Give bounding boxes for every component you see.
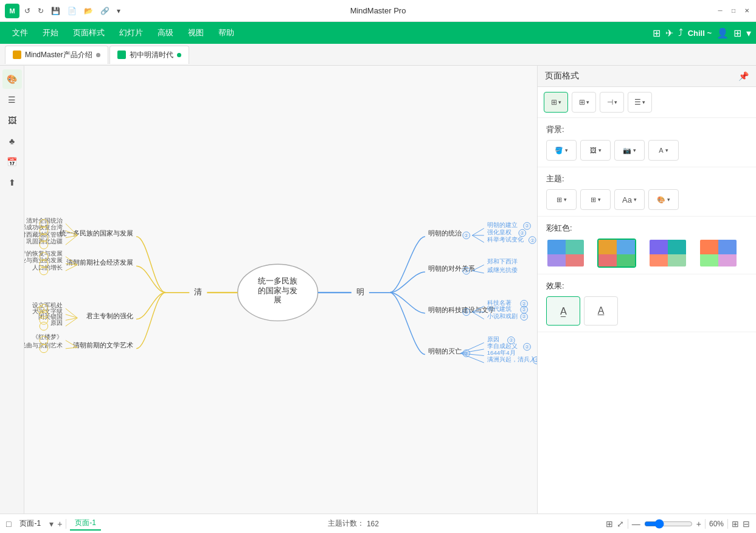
panel-icon-list[interactable]: ☰ ▾: [628, 92, 652, 113]
close-button[interactable]: ✕: [743, 7, 751, 15]
apps-icon[interactable]: ⊞: [733, 27, 741, 39]
image-arrow: ▾: [598, 147, 602, 153]
menu-advanced[interactable]: 高级: [150, 25, 181, 41]
share-button[interactable]: 🔗: [98, 5, 112, 16]
user-chill-button[interactable]: Chill ~: [688, 29, 712, 38]
underline-text-button[interactable]: A: [584, 296, 618, 326]
grid-icon[interactable]: ⊞: [653, 27, 661, 39]
style-icon: ⊞: [551, 98, 557, 106]
swatch1-c1: [547, 240, 566, 254]
color-swatch-3[interactable]: [648, 239, 687, 268]
underline-text-icon: A: [598, 305, 605, 316]
image-icon: 🖼: [590, 147, 597, 154]
text-color-icon: A: [659, 147, 663, 154]
redo-button[interactable]: ↻: [35, 5, 46, 16]
tab-mingqing[interactable]: 初中明清时代: [109, 46, 189, 64]
new-page-icon[interactable]: □: [6, 519, 11, 529]
svg-text:明代建筑: 明代建筑: [487, 305, 512, 312]
mindmap-svg: 统一多民族 的国家与发 展 清 统一多民族的国家与发展 清对全国统治 郑成功收复…: [24, 66, 537, 514]
svg-text:清朝前期的文学艺术: 清朝前期的文学艺术: [73, 341, 133, 349]
minimize-button[interactable]: ─: [716, 7, 724, 15]
theme-color-arrow: ▾: [667, 197, 670, 203]
connector-icon-arrow: ▾: [614, 99, 617, 105]
rainbow-label: 彩虹色:: [546, 223, 747, 234]
shadow-text-button[interactable]: A̲: [546, 296, 580, 326]
pin-button[interactable]: 📌: [738, 71, 749, 81]
svg-text:展: 展: [274, 296, 282, 304]
menu-start[interactable]: 开始: [35, 25, 66, 41]
page-selector-button[interactable]: 页面-1: [15, 517, 46, 530]
separator2: [628, 519, 628, 529]
menu-help[interactable]: 帮助: [211, 25, 241, 41]
canvas-area[interactable]: 统一多民族 的国家与发 展 清 统一多民族的国家与发展 清对全国统治 郑成功收复…: [24, 66, 537, 514]
zoom-plus-icon[interactable]: +: [696, 519, 701, 529]
menu-file[interactable]: 文件: [5, 25, 35, 41]
user-icon[interactable]: 👤: [716, 27, 729, 39]
vtb-image-button[interactable]: 🖼: [2, 111, 22, 130]
theme-font-icon: Aa: [622, 195, 632, 204]
status-bar: □ 页面-1 ▾ + 页面-1 主题计数： 162 ⊞ ⤢ — + 60% ⊞ …: [0, 514, 756, 533]
color-swatch-4[interactable]: [699, 239, 738, 268]
theme-font-button[interactable]: Aa ▾: [614, 189, 645, 210]
color-swatch-2[interactable]: [597, 239, 636, 268]
vtb-list-button[interactable]: ☰: [2, 90, 22, 110]
undo-button[interactable]: ↺: [22, 5, 33, 16]
zoom-slider[interactable]: [644, 519, 693, 529]
save-button[interactable]: 💾: [49, 5, 63, 16]
vtb-calendar-button[interactable]: 📅: [2, 152, 22, 172]
style-icon-arrow: ▾: [558, 99, 561, 105]
tab1-dot: [96, 53, 100, 57]
swatch1-c4: [566, 254, 584, 268]
theme-color-icon: 🎨: [657, 196, 665, 204]
maximize-button[interactable]: □: [729, 7, 738, 15]
vtb-upload-button[interactable]: ⬆: [2, 173, 22, 192]
menu-view[interactable]: 视图: [181, 25, 211, 41]
expand-icon[interactable]: ⊞: [732, 519, 739, 529]
theme-color-button[interactable]: 🎨 ▾: [648, 189, 679, 210]
background-label: 背景:: [546, 124, 747, 135]
theme-layout1-button[interactable]: ⊞ ▾: [546, 189, 577, 210]
send-icon[interactable]: ✈: [665, 27, 673, 39]
bg-image2-button[interactable]: 📷 ▾: [614, 140, 645, 161]
app-logo: M: [5, 4, 19, 18]
zoom-minus-icon[interactable]: —: [632, 519, 640, 529]
theme-layout2-button[interactable]: ⊞ ▾: [580, 189, 611, 210]
collapse-icon[interactable]: ⊟: [743, 519, 750, 529]
add-page-button[interactable]: +: [57, 519, 62, 529]
vtb-style-button[interactable]: 🎨: [2, 69, 22, 89]
page-dropdown-icon[interactable]: ▾: [49, 519, 54, 529]
tab-mindmaster[interactable]: MindMaster产品介绍: [5, 46, 108, 64]
tab2-label: 初中明清时代: [130, 50, 173, 60]
swatch2-c3: [598, 254, 617, 268]
shadow-text-icon: A̲: [560, 305, 567, 317]
fill-color-button[interactable]: 🪣 ▾: [546, 140, 577, 161]
tab1-icon: [13, 51, 21, 59]
svg-text:李自成起义: 李自成起义: [487, 343, 518, 349]
panel-icon-style[interactable]: ⊞ ▾: [544, 92, 568, 113]
panel-icon-connector[interactable]: ⊣ ▾: [600, 92, 624, 113]
svg-text:②: ②: [530, 238, 535, 243]
menu-page-style[interactable]: 页面样式: [66, 25, 112, 41]
layout-icon: ⊞: [579, 98, 585, 106]
new-button[interactable]: 📄: [65, 5, 79, 16]
separator4: [727, 519, 728, 529]
swatch2-c2: [617, 240, 635, 254]
bg-image-button[interactable]: 🖼 ▾: [580, 140, 611, 161]
text-color-button[interactable]: A ▾: [648, 140, 679, 161]
swatch4-c1: [700, 240, 718, 254]
active-page-button[interactable]: 页面-1: [70, 517, 101, 531]
color-swatch-1[interactable]: [546, 239, 585, 268]
svg-text:《红楼梦》: 《红楼梦》: [32, 333, 63, 340]
separator3: [705, 519, 706, 529]
share2-icon[interactable]: ⤴: [678, 27, 683, 38]
vtb-clover-button[interactable]: ♣: [2, 131, 22, 151]
svg-text:明朝的建立: 明朝的建立: [487, 221, 518, 228]
fit-icon[interactable]: ⊞: [606, 519, 613, 529]
open-button[interactable]: 📂: [81, 5, 95, 16]
fullscreen-icon[interactable]: ⤢: [617, 519, 624, 529]
panel-icon-layout[interactable]: ⊞ ▾: [572, 92, 596, 113]
menu-slideshow[interactable]: 幻灯片: [112, 25, 150, 41]
dropdown-icon[interactable]: ▾: [746, 27, 751, 39]
list-icon-arrow: ▾: [642, 99, 645, 105]
more-button[interactable]: ▾: [114, 5, 123, 16]
